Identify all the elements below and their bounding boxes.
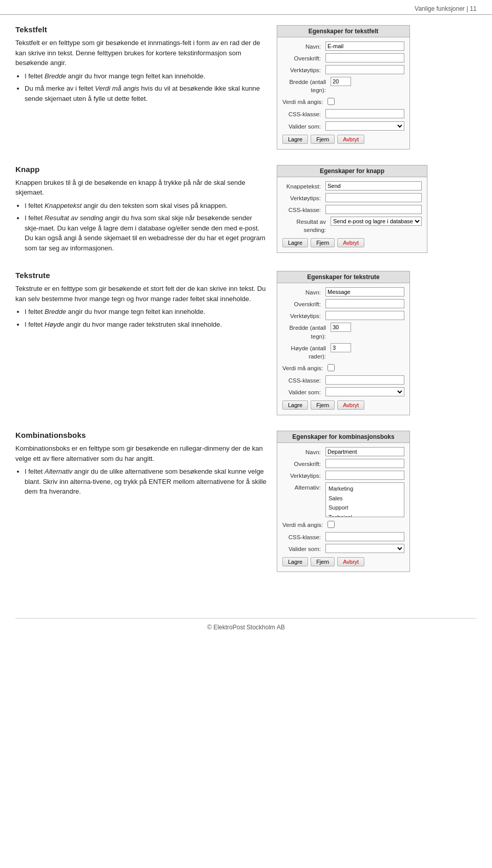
prop-value-verktoy-t <box>325 311 404 320</box>
prop-input-verktoy-k2[interactable] <box>325 471 404 480</box>
prop-value-verdi-k <box>327 520 404 530</box>
avbryt-button-knapp[interactable]: Avbryt <box>337 238 364 247</box>
prop-label-navn-t: Navn: <box>282 287 323 297</box>
prop-listbox-alternativ[interactable]: Marketing Sales Support Technical <box>325 482 404 517</box>
prop-value-navn-k <box>325 447 404 456</box>
prop-value-bredde-t <box>331 323 404 332</box>
fjern-button-kombinationsboks[interactable]: Fjern <box>311 557 335 566</box>
prop-row-verdi-t: Verdi må angis: <box>282 363 404 373</box>
prop-row-resultat: Resultat av sending: Send e-post og lagr… <box>282 217 422 234</box>
avbryt-button-tekstfelt[interactable]: Avbryt <box>337 135 364 144</box>
prop-value-overskrift-t <box>325 299 404 308</box>
propbox-tekstrute-buttons: Lagre Fjern Avbryt <box>282 400 404 410</box>
section-kombinationsboks-bullets: I feltet Alternativ angir du de ulike al… <box>25 467 266 497</box>
prop-input-css[interactable] <box>325 109 404 118</box>
listbox-item-marketing[interactable]: Marketing <box>327 484 402 494</box>
prop-label-overskrift: Overskrift: <box>282 53 323 62</box>
propbox-tekstrute: Egenskaper for tekstrute Navn: Overskrif… <box>277 271 410 415</box>
prop-row-valider-k: Valider som: <box>282 544 404 553</box>
prop-row-css: CSS-klasse: <box>282 109 404 118</box>
prop-value-resultat: Send e-post og lagre i database <box>331 217 422 226</box>
prop-input-overskrift-k[interactable] <box>325 459 404 468</box>
prop-value-navn-t <box>325 287 404 297</box>
prop-checkbox-verdi[interactable] <box>327 98 335 105</box>
section-kombinationsboks: Kombinationsboks Kombinationsboks er en … <box>15 431 477 572</box>
page-footer: © ElektroPost Stockholm AB <box>15 618 477 631</box>
prop-input-verktoy-t[interactable] <box>325 311 404 320</box>
prop-row-css-t: CSS-klasse: <box>282 375 404 385</box>
prop-label-verdi: Verdi må angis: <box>282 97 325 106</box>
prop-label-knappetekst: Knappetekst: <box>282 181 323 190</box>
prop-row-navn: Navn: <box>282 41 404 51</box>
prop-input-navn-k[interactable] <box>325 447 404 456</box>
list-item: I feltet Bredde angir du hvor mange tegn… <box>25 307 266 317</box>
prop-row-verktoy-k: Verktøytips: <box>282 193 422 202</box>
prop-label-bredde: Bredde (antall tegn): <box>282 77 329 94</box>
prop-label-navn-k: Navn: <box>282 447 323 456</box>
prop-input-css-t[interactable] <box>325 375 404 385</box>
list-item: Du må merke av i feltet Verdi må angis h… <box>25 83 266 103</box>
propbox-tekstrute-title: Egenskaper for tekstrute <box>277 271 409 283</box>
prop-row-bredde-t: Bredde (antall tegn): <box>282 323 404 340</box>
prop-value-bredde <box>331 77 404 86</box>
propbox-kombinationsboks-buttons: Lagre Fjern Avbryt <box>282 557 404 566</box>
section-kombinationsboks-text: Kombinationsboks Kombinationsboks er en … <box>15 431 266 499</box>
prop-value-alternativ: Marketing Sales Support Technical <box>325 482 404 517</box>
prop-row-alternativ: Alternativ: Marketing Sales Support Tech… <box>282 482 404 517</box>
prop-select-resultat[interactable]: Send e-post og lagre i database <box>331 217 422 226</box>
prop-label-valider-t: Valider som: <box>282 387 323 396</box>
list-item: I feltet Knappetekst angir du den tekste… <box>25 201 266 211</box>
propbox-kombinationsboks-title: Egenskaper for kombinasjonsboks <box>277 431 409 443</box>
prop-label-hoyde-t: Høyde (antall rader): <box>282 343 329 361</box>
listbox-item-technical[interactable]: Technical <box>327 513 402 518</box>
prop-label-bredde-t: Bredde (antall tegn): <box>282 323 329 340</box>
prop-input-bredde[interactable] <box>331 77 351 86</box>
prop-input-css-k[interactable] <box>325 205 422 214</box>
section-knapp: Knapp Knappen brukes til å gi de besøken… <box>15 165 477 256</box>
prop-label-verdi-k: Verdi må angis: <box>282 520 325 529</box>
prop-select-valider-k[interactable] <box>325 544 404 553</box>
section-tekstfelt-title: Tekstfelt <box>15 25 266 34</box>
section-knapp-bullets: I feltet Knappetekst angir du den tekste… <box>25 201 266 253</box>
prop-checkbox-verdi-t[interactable] <box>327 364 335 371</box>
prop-checkbox-verdi-k[interactable] <box>327 521 335 528</box>
propbox-tekstfelt-buttons: Lagre Fjern Avbryt <box>282 135 404 144</box>
lagre-button-tekstfelt[interactable]: Lagre <box>282 135 308 144</box>
prop-row-knappetekst: Knappetekst: <box>282 181 422 190</box>
prop-select-valider[interactable] <box>325 121 404 131</box>
lagre-button-kombinationsboks[interactable]: Lagre <box>282 557 308 566</box>
prop-value-valider <box>325 121 404 131</box>
prop-value-knappetekst <box>325 181 422 190</box>
prop-input-overskrift-t[interactable] <box>325 299 404 308</box>
prop-row-navn-k: Navn: <box>282 447 404 456</box>
prop-select-valider-t[interactable] <box>325 387 404 396</box>
prop-value-css-k2 <box>325 532 404 541</box>
prop-value-verktoy-k <box>325 193 422 202</box>
listbox-item-sales[interactable]: Sales <box>327 494 402 503</box>
prop-input-navn[interactable] <box>325 41 404 51</box>
prop-input-verktoy-k[interactable] <box>325 193 422 202</box>
lagre-button-tekstrute[interactable]: Lagre <box>282 400 308 410</box>
prop-input-css-k2[interactable] <box>325 532 404 541</box>
prop-input-navn-t[interactable] <box>325 287 404 297</box>
fjern-button-tekstfelt[interactable]: Fjern <box>311 135 335 144</box>
lagre-button-knapp[interactable]: Lagre <box>282 238 308 247</box>
prop-label-valider-k: Valider som: <box>282 544 323 553</box>
prop-row-css-k2: CSS-klasse: <box>282 532 404 541</box>
fjern-button-knapp[interactable]: Fjern <box>311 238 335 247</box>
fjern-button-tekstrute[interactable]: Fjern <box>311 400 335 410</box>
page-header: Vanlige funksjoner | 11 <box>0 0 492 15</box>
avbryt-button-tekstrute[interactable]: Avbryt <box>337 400 364 410</box>
prop-input-bredde-t[interactable] <box>331 323 351 332</box>
prop-input-overskrift[interactable] <box>325 53 404 62</box>
prop-row-verktoy-t: Verktøytips: <box>282 311 404 320</box>
prop-value-hoyde-t <box>331 343 404 352</box>
listbox-item-support[interactable]: Support <box>327 503 402 513</box>
prop-input-hoyde-t[interactable] <box>331 343 351 352</box>
prop-row-bredde: Bredde (antall tegn): <box>282 77 404 94</box>
list-item: I feltet Alternativ angir du de ulike al… <box>25 467 266 497</box>
prop-input-verktoy[interactable] <box>325 65 404 74</box>
avbryt-button-kombinationsboks[interactable]: Avbryt <box>337 557 364 566</box>
prop-input-knappetekst[interactable] <box>325 181 422 190</box>
prop-row-css-k: CSS-klasse: <box>282 205 422 214</box>
